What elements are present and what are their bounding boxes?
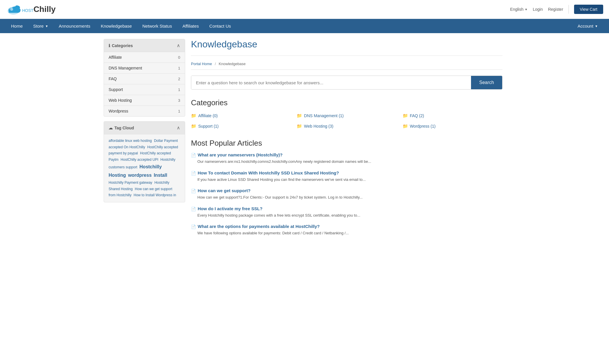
nav-home[interactable]: Home: [6, 19, 28, 33]
categories-heading: Categories: [191, 98, 502, 107]
article-icon-1: 📄: [191, 153, 196, 158]
main-layout: ℹ Categories ∧ Affiliate 0 DNS Managemen…: [101, 33, 508, 248]
nav-affiliates[interactable]: Affiliates: [177, 19, 204, 33]
cat-link-dns[interactable]: 📁 DNS Management (1): [297, 112, 396, 119]
cat-link-support[interactable]: 📁 Support (1): [191, 122, 291, 130]
title-divider: [191, 56, 502, 56]
article-excerpt-2: If you have active Linux SSD Shared Host…: [191, 177, 502, 183]
folder-icon-wordpress: 📁: [403, 124, 408, 129]
top-bar: HOSTChilly English ▼ Login Register View…: [0, 0, 609, 19]
breadcrumb-home[interactable]: Portal Home: [191, 62, 212, 66]
article-item-5: 📄 What are the options for payments avai…: [191, 224, 502, 236]
nav-knowledgebase[interactable]: Knowledgebase: [95, 19, 137, 33]
nav-announcements[interactable]: Announcements: [54, 19, 95, 33]
breadcrumb-current: Knowledgebase: [219, 62, 246, 66]
nav-network-status[interactable]: Network Status: [137, 19, 177, 33]
register-link[interactable]: Register: [548, 7, 563, 12]
article-excerpt-5: We have following options available for …: [191, 230, 502, 236]
view-cart-button[interactable]: View Cart: [574, 5, 603, 14]
sidebar-tagcloud-header: ☁ Tag Cloud ∧: [104, 122, 185, 134]
top-right-controls: English ▼ Login Register View Cart: [510, 5, 603, 14]
search-button[interactable]: Search: [471, 76, 502, 89]
sidebar-tagcloud-title: ☁ Tag Cloud: [109, 126, 134, 130]
nav-store[interactable]: Store ▼: [28, 19, 54, 33]
breadcrumb: Portal Home / Knowledgebase: [191, 62, 502, 70]
sidebar-categories-header: ℹ Categories ∧: [104, 39, 185, 52]
breadcrumb-separator: /: [215, 62, 216, 66]
nav-bar: Home Store ▼ Announcements Knowledgebase…: [0, 19, 609, 33]
sidebar-categories-title: ℹ Categories: [109, 43, 133, 48]
cat-link-faq[interactable]: 📁 FAQ (2): [403, 112, 502, 119]
article-excerpt-1: Our nameservers are:ns1.hostchilly.comns…: [191, 159, 502, 165]
article-icon-5: 📄: [191, 224, 196, 229]
logo[interactable]: HOSTChilly: [6, 3, 56, 16]
article-icon-4: 📄: [191, 207, 196, 211]
content-area: Knowledgebase Portal Home / Knowledgebas…: [191, 39, 502, 242]
article-excerpt-4: Every Hostchilly hosting package comes w…: [191, 213, 502, 218]
article-list: 📄 What are your nameservers (Hostchilly)…: [191, 152, 502, 236]
article-link-3[interactable]: 📄 How can we get support?: [191, 188, 502, 193]
folder-icon-dns: 📁: [297, 113, 302, 118]
account-dropdown-arrow: ▼: [595, 24, 598, 28]
tag-wordpress[interactable]: wordpress: [128, 173, 152, 178]
tag-payment-gateway[interactable]: Hostchilly Payment gateway: [109, 181, 152, 185]
top-bar-divider: [569, 5, 569, 14]
article-item-4: 📄 How do I activate my free SSL? Every H…: [191, 206, 502, 218]
tag-upi[interactable]: HostChilly accepted UPI: [121, 158, 158, 162]
sidebar-cat-webhosting[interactable]: Web Hosting 3: [104, 95, 185, 106]
folder-icon-affiliate: 📁: [191, 113, 196, 118]
categories-collapse-icon[interactable]: ∧: [177, 43, 180, 48]
article-link-5[interactable]: 📄 What are the options for payments avai…: [191, 224, 502, 229]
cloud-icon: ☁: [109, 126, 113, 130]
page-title: Knowledgebase: [191, 39, 502, 50]
article-item-3: 📄 How can we get support? How can we get…: [191, 188, 502, 200]
tag-affordable-linux[interactable]: affordable linux web hosting: [109, 139, 152, 143]
tag-cloud-content: affordable linux web hosting Dollar Paym…: [104, 134, 185, 202]
article-item-2: 📄 How To contact Domain With Hostchilly …: [191, 170, 502, 183]
logo-text: HOSTChilly: [22, 5, 56, 14]
article-link-4[interactable]: 📄 How do I activate my free SSL?: [191, 206, 502, 211]
sidebar-cat-support[interactable]: Support 1: [104, 84, 185, 95]
tag-install[interactable]: Install: [154, 173, 167, 178]
language-selector[interactable]: English ▼: [510, 7, 527, 12]
article-icon-2: 📄: [191, 171, 196, 176]
popular-articles-heading: Most Popular Articles: [191, 139, 502, 148]
cat-link-wordpress[interactable]: 📁 Wordpress (1): [403, 122, 502, 130]
tag-install-wordpress[interactable]: How to Install Wordpress in: [134, 193, 176, 197]
sidebar-cat-affiliate[interactable]: Affiliate 0: [104, 52, 185, 63]
sidebar-tagcloud-panel: ☁ Tag Cloud ∧ affordable linux web hosti…: [104, 121, 185, 202]
folder-icon-support: 📁: [191, 124, 196, 129]
cat-link-affiliate[interactable]: 📁 Affiliate (0): [191, 112, 291, 119]
article-link-1[interactable]: 📄 What are your nameservers (Hostchilly)…: [191, 152, 502, 158]
sidebar-cat-wordpress[interactable]: Wordpress 1: [104, 106, 185, 116]
info-icon: ℹ: [109, 43, 110, 48]
sidebar-cat-faq[interactable]: FAQ 2: [104, 74, 185, 84]
article-icon-3: 📄: [191, 189, 196, 193]
sidebar: ℹ Categories ∧ Affiliate 0 DNS Managemen…: [104, 39, 185, 242]
logo-icon: [6, 3, 21, 16]
login-link[interactable]: Login: [533, 7, 543, 12]
nav-contact[interactable]: Contact Us: [204, 19, 236, 33]
sidebar-categories-list: Affiliate 0 DNS Management 1 FAQ 2 Suppo…: [104, 52, 185, 116]
search-input[interactable]: [191, 76, 471, 89]
article-link-2[interactable]: 📄 How To contact Domain With Hostchilly …: [191, 170, 502, 176]
article-item-1: 📄 What are your nameservers (Hostchilly)…: [191, 152, 502, 165]
language-dropdown-arrow: ▼: [525, 8, 527, 11]
folder-icon-webhosting: 📁: [297, 124, 302, 129]
folder-icon-faq: 📁: [403, 113, 408, 118]
sidebar-categories-panel: ℹ Categories ∧ Affiliate 0 DNS Managemen…: [104, 39, 185, 117]
sidebar-cat-dns[interactable]: DNS Management 1: [104, 63, 185, 74]
store-dropdown-arrow: ▼: [45, 24, 48, 28]
svg-point-2: [10, 8, 13, 11]
search-box: Search: [191, 76, 502, 90]
categories-grid: 📁 Affiliate (0) 📁 DNS Management (1) 📁 F…: [191, 112, 502, 130]
article-excerpt-3: How can we get support?1.For Clients:- O…: [191, 195, 502, 200]
cat-link-webhosting[interactable]: 📁 Web Hosting (3): [297, 122, 396, 130]
tagcloud-collapse-icon[interactable]: ∧: [177, 125, 180, 131]
nav-account[interactable]: Account ▼: [572, 19, 603, 33]
